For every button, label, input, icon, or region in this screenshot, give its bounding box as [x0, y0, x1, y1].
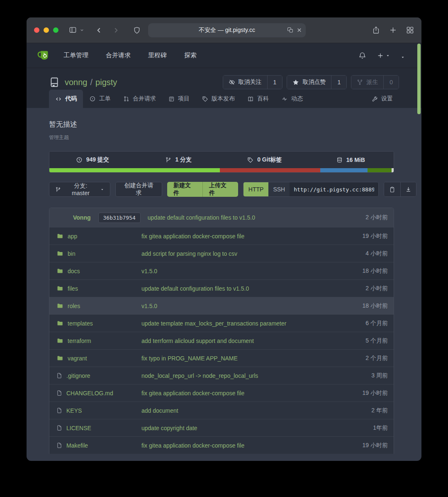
http-protocol-button[interactable]: HTTP — [243, 182, 269, 196]
stat-tags[interactable]: 0 Git标签 — [222, 152, 308, 168]
file-name[interactable]: Makefile — [66, 442, 88, 449]
gitea-logo-icon[interactable] — [37, 50, 51, 61]
file-commit-message[interactable]: add terrform alicloud support and docume… — [141, 338, 365, 344]
nav-item-issues[interactable]: 工单管理 — [63, 51, 88, 59]
file-row[interactable]: terraform add terrform alicloud support … — [49, 332, 394, 349]
file-name[interactable]: vagrant — [68, 355, 87, 362]
file-commit-message[interactable]: update copyright date — [141, 425, 373, 431]
file-row[interactable]: bin add script for parsing nginx log to … — [49, 245, 394, 262]
commit-message[interactable]: update default configuration files to v1… — [148, 214, 255, 221]
language-segment[interactable] — [320, 168, 368, 172]
file-name[interactable]: .gitignore — [66, 372, 90, 379]
file-row[interactable]: CHANGELOG.md fix gitea application docke… — [49, 384, 394, 402]
notifications-bell-icon[interactable] — [358, 51, 366, 60]
scrollbar-thumb[interactable] — [417, 44, 421, 114]
stat-branches[interactable]: 1 分支 — [136, 152, 222, 168]
file-row[interactable]: LICENSE update copyright date 1年前 — [49, 419, 394, 436]
file-name[interactable]: CHANGELOG.md — [66, 390, 113, 397]
create-pull-request-button[interactable]: 创建合并请求 — [115, 182, 162, 197]
file-row[interactable]: templates update template max_locks_per_… — [49, 314, 394, 332]
file-name[interactable]: KEYS — [66, 407, 82, 414]
tab-activity[interactable]: 动态 — [275, 90, 309, 108]
file-name[interactable]: terraform — [68, 338, 91, 344]
file-row[interactable]: files update default configuration files… — [49, 279, 394, 297]
file-name[interactable]: roles — [68, 303, 80, 309]
nav-item-milestones[interactable]: 里程碑 — [148, 51, 167, 59]
language-segment[interactable] — [392, 168, 394, 172]
file-commit-message[interactable]: fix gitea application docker-compose fil… — [141, 233, 363, 240]
translate-icon[interactable] — [287, 27, 294, 33]
upload-file-button[interactable]: 上传文件 — [202, 182, 238, 197]
tab-releases[interactable]: 版本发布 — [196, 90, 241, 108]
tab-settings[interactable]: 设置 — [365, 90, 399, 108]
file-commit-message[interactable]: add document — [141, 407, 371, 414]
watch-count[interactable]: 1 — [267, 76, 282, 89]
commit-sha[interactable]: 36b31b7954 — [98, 213, 141, 223]
download-button[interactable] — [400, 182, 416, 196]
file-commit-message[interactable]: v1.5.0 — [141, 303, 363, 309]
file-row[interactable]: KEYS add document 2 年前 — [49, 402, 394, 419]
file-commit-message[interactable]: fix gitea application docker-compose fil… — [141, 390, 363, 397]
file-row[interactable]: .gitignore node_local_repo_url -> node_r… — [49, 367, 394, 384]
file-name[interactable]: docs — [68, 268, 80, 274]
file-name[interactable]: files — [68, 285, 78, 292]
language-segment[interactable] — [220, 168, 320, 172]
tab-code[interactable]: 代码 — [49, 90, 83, 108]
shield-icon[interactable] — [133, 26, 141, 34]
sidebar-icon[interactable] — [68, 26, 77, 34]
fork-count[interactable]: 0 — [383, 76, 399, 89]
language-segment[interactable] — [368, 168, 392, 172]
minimize-window-button[interactable] — [44, 27, 49, 33]
chevron-down-icon[interactable] — [80, 28, 84, 32]
unstar-button[interactable]: 取消点赞 — [287, 76, 331, 89]
create-new-dropdown[interactable] — [377, 52, 390, 59]
file-commit-message[interactable]: fix typo in PROG_NAME APP_NAME — [141, 355, 365, 362]
file-row[interactable]: vagrant fix typo in PROG_NAME APP_NAME 2… — [49, 349, 394, 367]
tab-projects[interactable]: 项目 — [162, 90, 196, 108]
repo-owner[interactable]: vonng — [65, 78, 88, 87]
repo-name[interactable]: pigsty — [95, 78, 117, 87]
zoom-window-button[interactable] — [53, 27, 58, 33]
ssh-protocol-button[interactable]: SSH — [268, 182, 290, 196]
close-icon[interactable] — [297, 27, 302, 33]
file-commit-message[interactable]: add script for parsing nginx log to csv — [141, 250, 365, 257]
stat-size[interactable]: 16 MiB — [308, 152, 394, 168]
file-commit-message[interactable]: update default configuration files to v1… — [141, 285, 365, 292]
file-commit-message[interactable]: v1.5.0 — [141, 268, 363, 274]
new-file-button[interactable]: 新建文件 — [167, 182, 202, 197]
tab-issues[interactable]: 工单 — [83, 90, 117, 108]
commit-author[interactable]: Vonng — [73, 214, 91, 221]
branch-selector[interactable]: 分支: master — [49, 182, 110, 197]
nav-item-explore[interactable]: 探索 — [184, 51, 197, 59]
copy-url-button[interactable] — [384, 182, 400, 196]
file-name[interactable]: bin — [68, 250, 75, 257]
file-name[interactable]: app — [68, 233, 77, 240]
new-tab-icon[interactable] — [389, 26, 397, 34]
file-commit-message[interactable]: update template max_locks_per_transactio… — [141, 320, 365, 327]
nav-item-pulls[interactable]: 合并请求 — [106, 51, 131, 59]
share-icon[interactable] — [372, 26, 380, 34]
tab-wiki[interactable]: 百科 — [241, 90, 275, 108]
address-bar[interactable]: 不安全 — git.pigsty.cc — [148, 23, 306, 37]
close-window-button[interactable] — [34, 27, 39, 33]
star-count[interactable]: 1 — [331, 76, 346, 89]
fork-button[interactable]: 派生 — [351, 76, 383, 89]
forward-button[interactable] — [112, 26, 120, 34]
language-bar[interactable] — [49, 168, 394, 172]
file-row[interactable]: Makefile fix gitea application docker-co… — [49, 436, 394, 454]
file-commit-message[interactable]: node_local_repo_url -> node_repo_local_u… — [141, 372, 371, 379]
file-row[interactable]: app fix gitea application docker-compose… — [49, 227, 394, 245]
unwatch-button[interactable]: 取消关注 — [223, 76, 267, 89]
back-button[interactable] — [95, 26, 103, 34]
clone-url-input[interactable] — [290, 182, 378, 196]
file-row[interactable]: docs v1.5.0 18 小时前 — [49, 262, 394, 279]
file-row[interactable]: roles v1.5.0 18 小时前 — [49, 297, 394, 314]
language-segment[interactable] — [49, 168, 220, 172]
tab-pulls[interactable]: 合并请求 — [117, 90, 162, 108]
tab-overview-icon[interactable] — [406, 26, 414, 34]
manage-topics-link[interactable]: 管理主题 — [49, 134, 416, 141]
stat-commits[interactable]: 949 提交 — [49, 152, 136, 168]
file-name[interactable]: LICENSE — [66, 425, 91, 431]
file-name[interactable]: templates — [68, 320, 93, 327]
user-menu-dropdown[interactable] — [401, 55, 405, 59]
